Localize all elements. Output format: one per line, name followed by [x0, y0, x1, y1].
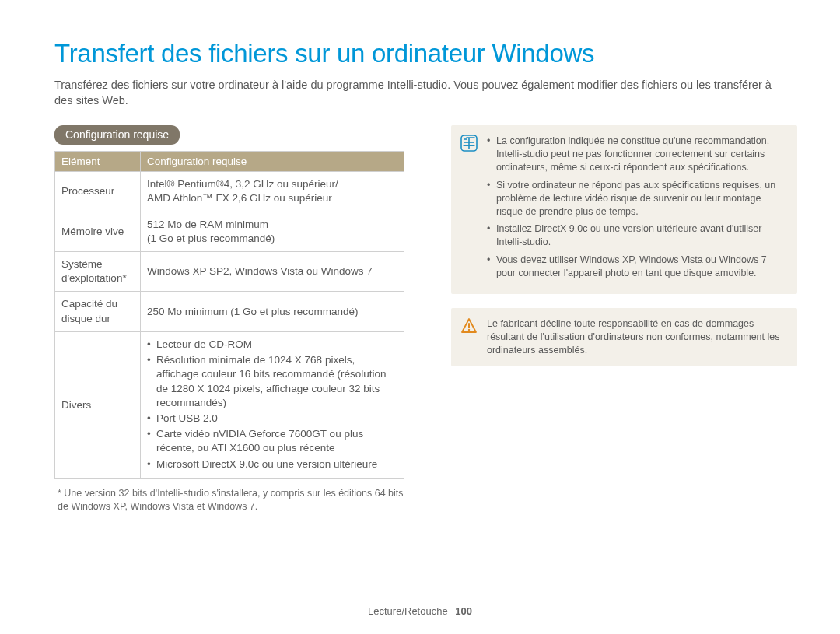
cell-hdd-key: Capacité du disque dur: [55, 292, 141, 331]
two-column-layout: Configuration requise Elément Configurat…: [54, 125, 797, 513]
cell-os-val: Windows XP SP2, Windows Vista ou Windows…: [141, 252, 404, 292]
cell-misc-key: Divers: [55, 331, 141, 478]
table-row: Système d'exploitation* Windows XP SP2, …: [55, 252, 404, 292]
warning-notebox: Le fabricant décline toute responsabilit…: [451, 308, 797, 366]
list-item: Port USB 2.0: [147, 412, 397, 426]
table-row: Capacité du disque dur 250 Mo minimum (1…: [55, 292, 404, 331]
warning-text: Le fabricant décline toute responsabilit…: [487, 317, 786, 357]
page-footer: Lecture/Retouche 100: [0, 605, 840, 617]
manual-page: Transfert des fichiers sur un ordinateur…: [0, 0, 840, 634]
list-item: Lecteur de CD-ROM: [147, 338, 397, 352]
table-row: Divers Lecteur de CD-ROM Résolution mini…: [55, 331, 404, 478]
section-heading-pill: Configuration requise: [54, 125, 180, 145]
list-item: Carte vidéo nVIDIA Geforce 7600GT ou plu…: [147, 427, 397, 455]
cell-cpu-val: Intel® Pentium®4, 3,2 GHz ou supérieur/ …: [141, 172, 404, 212]
footer-page-number: 100: [455, 605, 472, 617]
svg-point-6: [468, 329, 470, 331]
table-header-element: Elément: [55, 152, 141, 172]
page-title: Transfert des fichiers sur un ordinateur…: [54, 39, 797, 68]
cell-misc-val: Lecteur de CD-ROM Résolution minimale de…: [141, 331, 404, 478]
right-column: La configuration indiquée ne constitue q…: [451, 125, 797, 513]
info-notebox: La configuration indiquée ne constitue q…: [451, 125, 797, 294]
footer-section: Lecture/Retouche: [368, 605, 448, 617]
footnote: * Une version 32 bits d'Intelli-studio s…: [54, 487, 404, 513]
list-item: Vous devez utiliser Windows XP, Windows …: [487, 254, 786, 280]
warning-icon: [460, 317, 478, 335]
cell-cpu-key: Processeur: [55, 172, 141, 212]
info-list: La configuration indiquée ne constitue q…: [487, 135, 786, 280]
table-header-req: Configuration requise: [141, 152, 404, 172]
cell-hdd-val: 250 Mo minimum (1 Go et plus recommandé): [141, 292, 404, 331]
list-item: Résolution minimale de 1024 X 768 pixels…: [147, 353, 397, 410]
table-row: Processeur Intel® Pentium®4, 3,2 GHz ou …: [55, 172, 404, 212]
left-column: Configuration requise Elément Configurat…: [54, 125, 404, 513]
table-row: Mémoire vive 512 Mo de RAM minimum (1 Go…: [55, 212, 404, 251]
list-item: Microsoft DirectX 9.0c ou une version ul…: [147, 457, 397, 471]
list-item: Si votre ordinateur ne répond pas aux sp…: [487, 179, 786, 219]
list-item: Installez DirectX 9.0c ou une version ul…: [487, 222, 786, 249]
requirements-table: Elément Configuration requise Processeur…: [54, 151, 404, 479]
cell-ram-key: Mémoire vive: [55, 212, 141, 251]
cell-ram-val: 512 Mo de RAM minimum (1 Go et plus reco…: [141, 212, 404, 251]
info-icon: [460, 135, 478, 152]
intro-text: Transférez des fichiers sur votre ordina…: [54, 78, 786, 108]
cell-os-key: Système d'exploitation*: [55, 252, 141, 292]
misc-list: Lecteur de CD-ROM Résolution minimale de…: [147, 338, 397, 471]
list-item: La configuration indiquée ne constitue q…: [487, 135, 786, 174]
